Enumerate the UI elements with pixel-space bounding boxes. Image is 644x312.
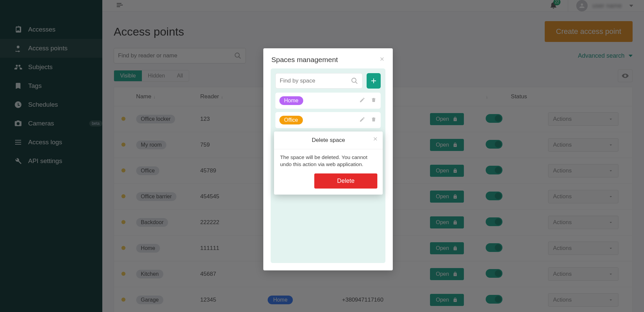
confirm-title: Delete space [274, 137, 383, 144]
space-chip: Office [279, 116, 303, 124]
delete-button[interactable]: Delete [314, 173, 377, 189]
add-space-button[interactable] [367, 73, 381, 89]
confirm-body: The space will be deleted. You cannot un… [274, 149, 383, 170]
trash-icon[interactable] [371, 97, 377, 104]
close-icon[interactable] [379, 56, 385, 63]
spaces-search-input-wrapper[interactable] [275, 73, 363, 89]
search-icon [351, 77, 358, 85]
edit-icon[interactable] [359, 116, 365, 124]
trash-icon[interactable] [371, 116, 377, 124]
delete-space-confirm: Delete space The space will be deleted. … [274, 132, 383, 195]
space-item: Office [275, 112, 381, 128]
space-chip: Home [279, 96, 303, 105]
close-icon[interactable] [373, 136, 378, 143]
modal-header: Spaces management [263, 48, 393, 68]
modal-title: Spaces management [271, 56, 379, 64]
app-root: Accesses Access points Subjects Tags Sch… [0, 0, 644, 312]
spaces-search-input[interactable] [280, 77, 351, 84]
space-item: Home [275, 93, 381, 109]
edit-icon[interactable] [359, 97, 365, 104]
